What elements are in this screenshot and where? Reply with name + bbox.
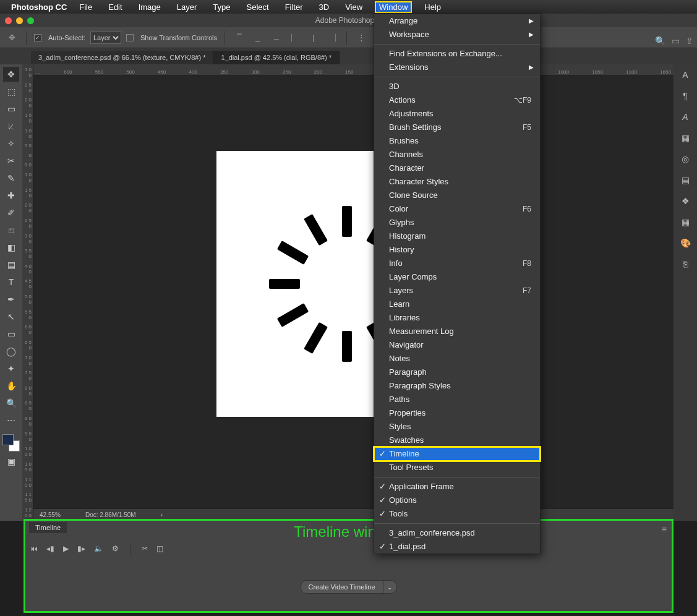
align-hmid-icon[interactable]: | [307,31,320,45]
menu-file[interactable]: File [75,2,96,12]
distribute-icon[interactable]: ⋮ [354,31,368,45]
menu-item-properties[interactable]: Properties [374,406,540,420]
menu-item-layer-comps[interactable]: Layer Comps [374,270,540,284]
menu-edit[interactable]: Edit [105,2,126,12]
timeline-tab[interactable]: Timeline [29,522,67,533]
menu-3d[interactable]: 3D [315,2,333,12]
share-icon[interactable]: ⇪ [686,36,693,46]
menu-item-character[interactable]: Character [374,161,540,175]
character-panel-icon[interactable]: A [678,68,693,82]
menu-window[interactable]: Window [375,1,412,13]
menu-item-tool-presets[interactable]: Tool Presets [374,461,540,474]
menu-item-measurement-log[interactable]: Measurement Log [374,325,540,338]
menu-item-character-styles[interactable]: Character Styles [374,175,540,189]
menu-item-glyphs[interactable]: Glyphs [374,216,540,229]
pen-tool-icon[interactable]: ✒ [3,292,19,307]
prev-frame-icon[interactable]: ◂▮ [46,544,54,553]
first-frame-icon[interactable]: ⏮ [30,544,38,553]
status-chevron-icon[interactable]: › [161,511,163,518]
marquee-tool-icon[interactable]: ▭ [3,101,19,116]
menu-item-swatches[interactable]: Swatches [374,434,540,447]
hand-tool-icon[interactable]: ✋ [3,379,19,393]
menu-item-brushes[interactable]: Brushes [374,134,540,148]
heal-tool-icon[interactable]: ✚ [3,188,19,203]
traffic-minimize[interactable] [16,17,23,24]
zoom-level[interactable]: 42.55% [40,511,61,518]
brush-tool-icon[interactable]: ✐ [3,205,19,220]
menu-item-workspace[interactable]: Workspace▶ [374,28,540,41]
glyphs-panel-icon[interactable]: A [678,110,693,124]
align-bottom-icon[interactable]: ⎽ [270,31,283,45]
menu-item-histogram[interactable]: Histogram [374,229,540,243]
rect-tool-icon[interactable]: ▭ [3,327,19,341]
workspace-icon[interactable]: ▭ [672,36,680,46]
gradient-tool-icon[interactable]: ▤ [3,257,19,272]
menu-item-paragraph-styles[interactable]: Paragraph Styles [374,379,540,393]
audio-icon[interactable]: 🔈 [94,544,103,553]
align-top-icon[interactable]: ⎺ [233,31,246,45]
align-vmid-icon[interactable]: ⎯ [251,31,265,45]
menu-item-extensions[interactable]: Extensions▶ [374,61,540,74]
canvas-area[interactable] [33,75,673,508]
menu-item-history[interactable]: History [374,243,540,257]
eraser-tool-icon[interactable]: ◧ [3,240,19,255]
color-swatches[interactable] [2,434,20,451]
menu-help[interactable]: Help [421,2,445,12]
menu-item-paragraph[interactable]: Paragraph [374,366,540,379]
transform-checkbox[interactable] [126,34,134,41]
artboard-tool-icon[interactable]: ⬚ [3,84,19,99]
menu-item-options[interactable]: Options✓ [374,494,540,507]
menu-item-timeline[interactable]: Timeline✓ [374,447,540,461]
eyedropper-tool-icon[interactable]: ✎ [3,171,19,186]
create-video-timeline-button[interactable]: Create Video Timeline [300,580,383,594]
move-tool-icon[interactable]: ✥ [3,67,19,82]
menu-item-clone-source[interactable]: Clone Source [374,189,540,202]
timeline-menu-icon[interactable]: ≡ [662,524,667,534]
menu-layer[interactable]: Layer [173,2,201,12]
dots-icon[interactable]: ⋯ [3,413,19,428]
tab-doc-0[interactable]: 3_adim_conference.psd @ 66.1% (texture, … [31,51,213,64]
search-icon[interactable]: 🔍 [655,36,665,46]
menu-item-notes[interactable]: Notes [374,352,540,366]
custom-shape-icon[interactable]: ✦ [3,361,19,376]
menu-item-paths[interactable]: Paths [374,393,540,406]
channels-panel-icon[interactable]: ▦ [678,215,693,229]
menu-item-layers[interactable]: LayersF7 [374,284,540,297]
layers-panel-icon[interactable]: ❖ [678,194,693,208]
create-timeline-dropdown-icon[interactable]: ⌄ [383,580,397,594]
autoselect-dropdown[interactable]: Layer [90,32,121,44]
paragraph-panel-icon[interactable]: ¶ [678,89,693,103]
libraries-panel-icon[interactable]: ▦ [678,131,693,145]
traffic-zoom[interactable] [27,17,34,24]
menu-filter[interactable]: Filter [281,2,307,12]
menu-item-find-extensions-on-exchange-[interactable]: Find Extensions on Exchange... [374,47,540,61]
menu-item-styles[interactable]: Styles [374,420,540,434]
settings-icon[interactable]: ⚙ [112,544,119,553]
menu-item-learn[interactable]: Learn [374,297,540,311]
menu-select[interactable]: Select [242,2,272,12]
autoselect-checkbox[interactable]: ✓ [34,34,41,41]
adjustments-panel-icon[interactable]: ▤ [678,173,693,187]
cc-panel-icon[interactable]: ◎ [678,152,693,166]
zoom-tool-icon[interactable]: 🔍 [3,396,19,411]
info-panel-icon[interactable]: ⎘ [678,257,693,271]
align-left-icon[interactable]: ⎸ [288,31,302,45]
lasso-tool-icon[interactable]: ⟀ [3,119,19,134]
path-tool-icon[interactable]: ↖ [3,309,19,324]
tab-doc-1[interactable]: 1_dial.psd @ 42.5% (dial, RGB/8#) * [213,51,340,64]
quickmask-icon[interactable]: ▣ [3,454,19,469]
menu-view[interactable]: View [341,2,366,12]
crop-tool-icon[interactable]: ✂ [3,153,19,168]
menu-item-libraries[interactable]: Libraries [374,311,540,325]
color-panel-icon[interactable]: 🎨 [678,236,693,250]
play-icon[interactable]: ▶ [63,544,69,553]
menu-item-info[interactable]: InfoF8 [374,257,540,270]
app-name[interactable]: Photoshop CC [11,2,67,12]
wand-tool-icon[interactable]: ✧ [3,136,19,151]
next-frame-icon[interactable]: ▮▸ [77,544,85,553]
menu-item-navigator[interactable]: Navigator [374,338,540,352]
traffic-close[interactable] [5,17,12,24]
menu-type[interactable]: Type [209,2,234,12]
transition-icon[interactable]: ◫ [156,544,163,553]
menu-item-arrange[interactable]: Arrange▶ [374,14,540,28]
